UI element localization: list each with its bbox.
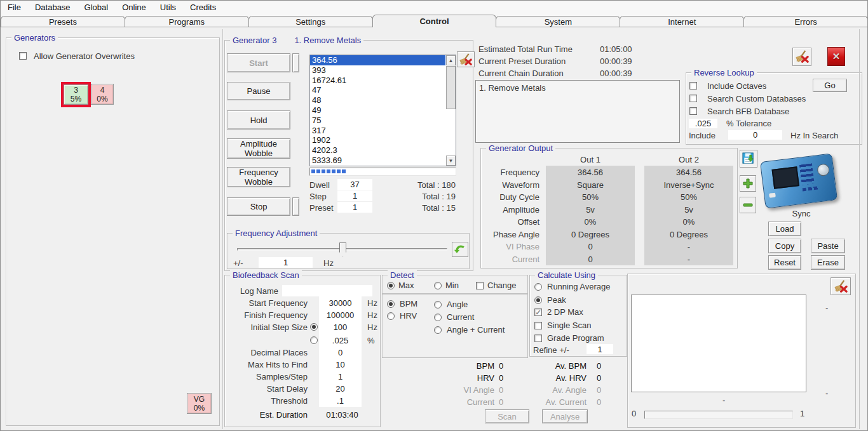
- detect-min-radio[interactable]: [434, 282, 442, 289]
- step-size-percent-value[interactable]: .025: [319, 335, 362, 345]
- frequency-list-item[interactable]: 48: [310, 95, 445, 105]
- out1-header: Out 1: [546, 155, 635, 164]
- detect-min-label: Min: [445, 281, 459, 290]
- samples-step-value[interactable]: 1: [319, 371, 362, 381]
- menu-file[interactable]: File: [1, 1, 28, 14]
- frequency-list-item[interactable]: 317: [310, 126, 445, 136]
- stop-button[interactable]: Stop: [227, 197, 290, 216]
- chain-list-item[interactable]: 1. Remove Metals: [479, 83, 682, 93]
- tab-system[interactable]: System: [496, 16, 620, 27]
- allow-generator-overwrites-checkbox[interactable]: [19, 52, 27, 60]
- frequency-listbox[interactable]: 364.56 393 16724.61 47 48 49 75 317 1902…: [309, 55, 456, 166]
- detect-bpm-radio[interactable]: [387, 300, 395, 308]
- start-frequency-value[interactable]: 30000: [319, 298, 362, 308]
- frequency-adjustment-value[interactable]: 1: [259, 257, 313, 268]
- load-button[interactable]: Load: [768, 222, 801, 236]
- threshold-value[interactable]: .1: [319, 395, 362, 406]
- detect-hrv-radio[interactable]: [387, 312, 395, 320]
- detect-current-radio[interactable]: [434, 314, 442, 321]
- tab-control[interactable]: Control: [372, 15, 497, 27]
- dwell-value[interactable]: 37: [337, 179, 372, 190]
- tab-programs[interactable]: Programs: [125, 16, 249, 27]
- separator-right: [859, 29, 860, 429]
- tab-presets[interactable]: Presets: [1, 16, 125, 27]
- decimal-places-value[interactable]: 0: [319, 347, 362, 357]
- detect-angle-current-radio[interactable]: [434, 326, 442, 334]
- remove-button[interactable]: [740, 197, 756, 213]
- detect-bpm-label: BPM: [400, 299, 417, 308]
- search-bfb-database-checkbox[interactable]: [689, 107, 697, 115]
- start-button[interactable]: Start: [227, 53, 290, 72]
- add-button[interactable]: [740, 175, 756, 192]
- paste-button[interactable]: Paste: [811, 239, 845, 253]
- step-value[interactable]: 1: [337, 190, 372, 201]
- scrollbar-up-icon[interactable]: ▲: [446, 55, 456, 65]
- dp-max-checkbox[interactable]: [534, 308, 542, 316]
- save-settings-button[interactable]: [740, 150, 757, 168]
- stop-button-strip[interactable]: [292, 197, 299, 216]
- step-size-percent-radio[interactable]: [310, 336, 318, 344]
- include-hz-field[interactable]: 0: [728, 130, 782, 140]
- running-average-radio[interactable]: [534, 283, 542, 291]
- frequency-list-item[interactable]: 5333.69: [310, 156, 445, 166]
- menu-credits[interactable]: Credits: [183, 1, 223, 14]
- max-hits-value[interactable]: 10: [319, 359, 362, 369]
- grade-program-checkbox[interactable]: [534, 335, 542, 342]
- tolerance-field[interactable]: .025: [689, 119, 717, 128]
- frequency-list-item[interactable]: 1902: [310, 135, 445, 145]
- pause-button[interactable]: Pause: [227, 82, 290, 100]
- search-custom-databases-checkbox[interactable]: [689, 95, 697, 102]
- clear-frequency-list-button[interactable]: [457, 51, 475, 67]
- erase-button[interactable]: Erase: [811, 255, 845, 270]
- frequency-wobble-button[interactable]: Frequency Wobble: [227, 167, 290, 187]
- frequency-list-item[interactable]: 364.56: [310, 55, 445, 65]
- detect-max-radio[interactable]: [387, 282, 395, 289]
- frequency-list-item[interactable]: 393: [310, 65, 445, 76]
- vg-generator-button[interactable]: VG 0%: [187, 393, 212, 414]
- clear-chain-button[interactable]: [792, 48, 811, 66]
- tab-errors[interactable]: Errors: [743, 16, 868, 27]
- frequency-list-item[interactable]: 47: [310, 85, 445, 95]
- menu-database[interactable]: Database: [28, 1, 78, 14]
- close-button[interactable]: ✕: [827, 47, 845, 66]
- copy-button[interactable]: Copy: [768, 239, 801, 253]
- generator-3-button[interactable]: 3 5%: [64, 84, 88, 105]
- detect-change-checkbox[interactable]: [476, 282, 484, 289]
- device-knob: [817, 163, 830, 176]
- generator-4-button[interactable]: 4 0%: [91, 84, 114, 105]
- preset-value[interactable]: 1: [337, 202, 372, 213]
- single-scan-checkbox[interactable]: [534, 322, 542, 329]
- refine-field[interactable]: 1: [587, 344, 613, 354]
- hold-button[interactable]: Hold: [227, 110, 290, 129]
- log-name-input[interactable]: [282, 285, 372, 296]
- running-average-label: Running Average: [547, 282, 611, 291]
- frequency-list-item[interactable]: 4202.3: [310, 145, 445, 156]
- chain-listbox[interactable]: 1. Remove Metals: [475, 80, 680, 143]
- initial-step-size-value[interactable]: 100: [319, 322, 362, 332]
- frequency-list-item[interactable]: 49: [310, 105, 445, 116]
- step-size-hz-radio[interactable]: [310, 323, 318, 331]
- scrollbar-down-icon[interactable]: ▼: [446, 156, 456, 166]
- graph-position-slider[interactable]: [644, 411, 793, 419]
- reverse-lookup-go-button[interactable]: Go: [813, 79, 847, 92]
- start-delay-value[interactable]: 20: [319, 383, 362, 394]
- frequency-list-item[interactable]: 75: [310, 116, 445, 126]
- menu-utils[interactable]: Utils: [153, 1, 183, 14]
- tab-settings[interactable]: Settings: [248, 16, 373, 27]
- scan-button[interactable]: Scan: [485, 409, 529, 423]
- peak-radio[interactable]: [534, 296, 542, 304]
- amplitude-wobble-button[interactable]: Amplitude Wobble: [227, 138, 290, 159]
- scrollbar-thumb[interactable]: [446, 66, 456, 109]
- frequency-adjustment-reset-button[interactable]: [452, 242, 468, 257]
- finish-frequency-value[interactable]: 100000: [319, 310, 362, 320]
- reset-button[interactable]: Reset: [768, 255, 801, 270]
- start-button-strip[interactable]: [292, 53, 299, 72]
- tab-internet[interactable]: Internet: [620, 16, 744, 27]
- menu-online[interactable]: Online: [115, 1, 153, 14]
- detect-angle-radio[interactable]: [434, 301, 442, 308]
- include-octaves-checkbox[interactable]: [689, 82, 697, 90]
- menu-global[interactable]: Global: [78, 1, 116, 14]
- analyse-button[interactable]: Analyse: [542, 409, 588, 423]
- clear-graph-button[interactable]: [831, 277, 851, 295]
- frequency-list-item[interactable]: 16724.61: [310, 76, 445, 86]
